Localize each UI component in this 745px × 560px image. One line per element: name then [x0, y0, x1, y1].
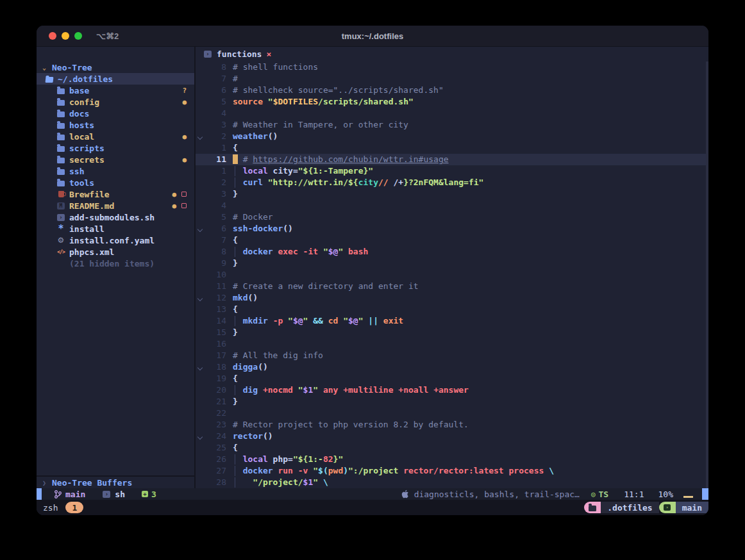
buffer-tab[interactable]: › functions × — [196, 47, 708, 62]
code-line[interactable]: 2 curl "http://wttr.in/${city// /+}?2nFQ… — [196, 177, 708, 188]
code-line[interactable]: 28 "/project/$1" \ — [196, 477, 708, 488]
fold-column — [196, 442, 205, 454]
line-text: # https://github.com/chubin/wttr.in#usag… — [233, 154, 449, 165]
tree-root-dotfiles[interactable]: ~/.dotfiles — [37, 73, 194, 85]
line-number: 9 — [205, 258, 226, 269]
code-line[interactable]: 8 docker exec -it "$@" bash — [196, 246, 708, 258]
code-line[interactable]: 5# Docker — [196, 211, 708, 223]
code-line[interactable]: 3# Weather in Tampere, or other city — [196, 119, 708, 131]
git-diff-segment: + 3 — [142, 490, 156, 499]
fold-column — [196, 281, 205, 292]
code-line[interactable]: 7{ — [196, 235, 708, 246]
code-line[interactable]: 7# — [196, 73, 708, 85]
tree-item-secrets[interactable]: secrets● — [37, 154, 194, 165]
tree-item-local[interactable]: local● — [37, 131, 194, 142]
code-line[interactable]: 11# Create a new directory and enter it — [196, 281, 708, 292]
code-line[interactable]: 23# Rector project to php version 8.2 by… — [196, 419, 708, 431]
lsp-clients-segment: diagnosticls, bashls, trail-spac… — [401, 490, 580, 499]
code-line[interactable]: 4 — [196, 108, 708, 119]
code-line[interactable]: 6# shellcheck source="../scripts/shared.… — [196, 85, 708, 96]
code-line[interactable]: 9} — [196, 258, 708, 269]
code-line[interactable]: 24rector() — [196, 431, 708, 442]
git-modified-dot: ● — [182, 156, 187, 164]
tree-item-install.conf.yaml[interactable]: ⚙install.conf.yaml — [37, 235, 194, 246]
code-line[interactable]: 12mkd() — [196, 292, 708, 304]
tree-item-scripts[interactable]: scripts — [37, 142, 194, 154]
code-line[interactable]: 13{ — [196, 304, 708, 315]
fold-column — [196, 108, 205, 119]
code-line[interactable]: 5source "$DOTFILES/scripts/shared.sh" — [196, 96, 708, 108]
code-line[interactable]: 22 — [196, 408, 708, 419]
fold-column — [196, 246, 205, 258]
tree-item-add-submodules.sh[interactable]: ›add-submodules.sh — [37, 211, 194, 223]
tree-item-ssh[interactable]: ssh — [37, 165, 194, 177]
line-text: ssh-docker() — [233, 223, 293, 235]
tree-item-docs[interactable]: docs — [37, 108, 194, 119]
code-line[interactable]: 20 dig +nocmd "$1" any +multiline +noall… — [196, 384, 708, 396]
tree-item-base[interactable]: base? — [37, 85, 194, 96]
fold-column — [196, 73, 205, 85]
code-line[interactable]: 4 — [196, 200, 708, 211]
fold-chevron-icon[interactable] — [196, 131, 205, 142]
line-text: } — [233, 396, 238, 408]
directory-pill — [584, 502, 601, 513]
code-line[interactable]: 6ssh-docker() — [196, 223, 708, 235]
code-line[interactable]: 15} — [196, 327, 708, 338]
code-line[interactable]: 25{ — [196, 442, 708, 454]
code-line[interactable]: 10 — [196, 269, 708, 281]
tree-item-install[interactable]: *install — [37, 223, 194, 235]
tmux-window-badge[interactable]: 1 — [65, 502, 83, 513]
shell-script-icon: › — [56, 213, 65, 221]
mode-indicator-left — [37, 488, 42, 500]
code-line[interactable]: 1{ — [196, 142, 708, 154]
code-line[interactable]: 1 local city="${1:-Tampere}" — [196, 165, 708, 177]
code-line[interactable]: 21} — [196, 396, 708, 408]
fold-chevron-icon[interactable] — [196, 292, 205, 304]
neotree-header[interactable]: ⌄ Neo-Tree — [37, 62, 194, 73]
code-line[interactable]: 17# All the dig info — [196, 350, 708, 361]
code-line[interactable]: 2weather() — [196, 131, 708, 142]
line-number: 4 — [205, 200, 226, 211]
neotree-sidebar: ⌄ Neo-Tree ~/.dotfiles base?config●docsh… — [37, 47, 196, 488]
neotree-buffers-header[interactable]: ❯ Neo-Tree Buffers — [37, 477, 194, 488]
tree-item-hosts[interactable]: hosts — [37, 119, 194, 131]
line-number: 27 — [205, 465, 226, 477]
tree-item-brewfile[interactable]: Brewfile● — [37, 188, 194, 200]
line-number: 8 — [205, 246, 226, 258]
filetype-segment: › sh — [102, 490, 125, 499]
fold-column — [196, 465, 205, 477]
code-line[interactable]: 8# shell functions — [196, 62, 708, 73]
fold-chevron-icon[interactable] — [196, 431, 205, 442]
fold-chevron-icon[interactable] — [196, 223, 205, 235]
code-area[interactable]: 8# shell functions7#6# shellcheck source… — [196, 62, 708, 488]
apple-icon — [401, 490, 409, 498]
code-line-current[interactable]: 11 # https://github.com/chubin/wttr.in#u… — [196, 154, 708, 165]
code-line[interactable]: 27 docker run -v "$(pwd)":/project recto… — [196, 465, 708, 477]
scroll-percent: 10% — [658, 490, 673, 499]
code-line[interactable]: 19{ — [196, 373, 708, 384]
tree-item-phpcs.xml[interactable]: </>phpcs.xml — [37, 246, 194, 258]
line-text: } — [233, 327, 238, 338]
zoom-window-button[interactable] — [74, 32, 82, 40]
code-line[interactable]: 26 local php="${1:-82}" — [196, 454, 708, 465]
tree-item-config[interactable]: config● — [37, 96, 194, 108]
close-window-button[interactable] — [49, 32, 56, 40]
line-text: docker run -v "$(pwd)":/project rector/r… — [233, 465, 554, 477]
line-text: { — [233, 442, 238, 454]
fold-column — [196, 85, 205, 96]
fold-chevron-icon[interactable] — [196, 361, 205, 373]
tree-item-readme.md[interactable]: MREADME.md● — [37, 200, 194, 211]
line-number: 3 — [205, 119, 226, 131]
code-line[interactable]: 18digga() — [196, 361, 708, 373]
buffer-close-icon[interactable]: × — [266, 49, 271, 59]
tree-item--21-hidden-items-[interactable]: (21 hidden items) — [37, 258, 194, 269]
fold-column — [196, 165, 205, 177]
scrollbar[interactable] — [706, 62, 708, 488]
minimize-window-button[interactable] — [62, 32, 69, 40]
line-text: { — [233, 142, 238, 154]
code-line[interactable]: 14 mkdir -p "$@" && cd "$@" || exit — [196, 315, 708, 327]
folder-icon — [56, 179, 65, 186]
tree-item-tools[interactable]: tools — [37, 177, 194, 188]
code-line[interactable]: 3} — [196, 188, 708, 200]
code-line[interactable]: 16 — [196, 338, 708, 350]
